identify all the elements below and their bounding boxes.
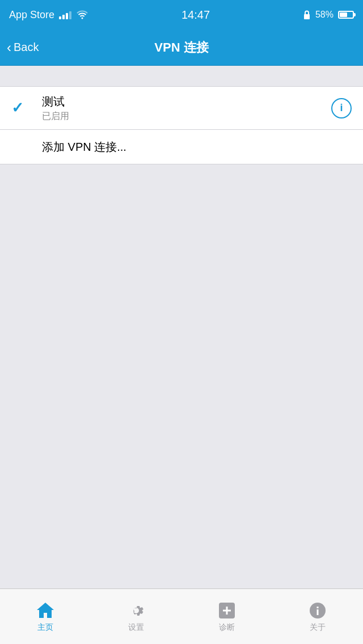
tab-settings-label: 设置 [128, 622, 144, 633]
lock-icon [303, 10, 311, 20]
status-bar-left: App Store [9, 9, 88, 21]
tab-home-label: 主页 [37, 622, 53, 633]
battery-icon [338, 11, 354, 19]
status-bar-right: 58% [303, 10, 354, 20]
tab-home[interactable]: 主页 [0, 589, 91, 644]
top-separator [0, 66, 363, 86]
svg-rect-0 [304, 14, 310, 19]
vpn-item-info: 测试 已启用 [42, 94, 331, 122]
page-title: VPN 连接 [154, 39, 208, 56]
back-button[interactable]: ‹ Back [7, 41, 39, 54]
time-display: 14:47 [182, 9, 210, 22]
tab-settings[interactable]: 设置 [91, 589, 182, 644]
carrier-label: App Store [9, 9, 54, 21]
info-icon: i [340, 102, 343, 114]
checkmark-icon: ✓ [11, 99, 28, 117]
vpn-list-item[interactable]: ✓ 测试 已启用 i [0, 87, 363, 130]
vpn-list-section: ✓ 测试 已启用 i 添加 VPN 连接... [0, 86, 363, 164]
nav-bar: ‹ Back VPN 连接 [0, 29, 363, 66]
tab-about-label: 关于 [310, 622, 326, 633]
content-area: ✓ 测试 已启用 i 添加 VPN 连接... [0, 66, 363, 588]
gear-icon [126, 601, 146, 620]
tab-about[interactable]: 关于 [272, 589, 363, 644]
status-bar: App Store 14:47 58% [0, 0, 363, 29]
tab-bar: 主页 设置 诊断 关于 [0, 588, 363, 644]
info-circle-icon [308, 601, 327, 620]
add-vpn-button[interactable]: 添加 VPN 连接... [0, 130, 363, 164]
battery-percent: 58% [315, 10, 334, 20]
vpn-info-button[interactable]: i [331, 98, 352, 118]
wifi-icon [76, 10, 88, 19]
vpn-item-status: 已启用 [42, 111, 331, 122]
home-icon [35, 601, 56, 620]
back-label[interactable]: Back [14, 41, 39, 54]
plus-box-icon [217, 601, 237, 620]
empty-area [0, 164, 363, 588]
back-chevron-icon: ‹ [7, 41, 11, 54]
tab-diagnostics[interactable]: 诊断 [182, 589, 272, 644]
vpn-item-name: 测试 [42, 94, 331, 109]
tab-diagnostics-label: 诊断 [219, 622, 235, 633]
signal-icon [59, 10, 71, 19]
add-vpn-label: 添加 VPN 连接... [42, 139, 126, 155]
